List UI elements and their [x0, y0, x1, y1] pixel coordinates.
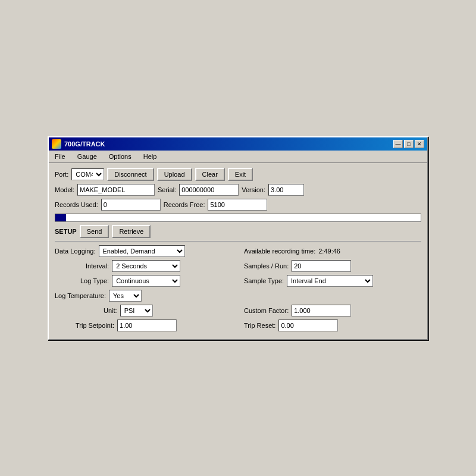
- trip-setpoint-label: Trip Setpoint:: [76, 322, 114, 329]
- serial-label: Serial:: [158, 186, 176, 193]
- samples-run-field[interactable]: [292, 260, 351, 272]
- data-logging-left: Data Logging: Enabled, Demand: [55, 245, 239, 257]
- upload-button[interactable]: Upload: [157, 168, 192, 181]
- retrieve-button[interactable]: Retrieve: [112, 225, 151, 238]
- trip-setpoint-left: Trip Setpoint:: [55, 320, 239, 331]
- minimize-button[interactable]: —: [393, 140, 403, 148]
- port-select[interactable]: COM4: [71, 168, 104, 180]
- log-type-right: Sample Type: Interval End: [244, 275, 373, 287]
- title-buttons: — □ ✕: [393, 140, 424, 148]
- log-type-row: Log Type: Continuous Sample Type: Interv…: [55, 275, 421, 287]
- menu-help[interactable]: Help: [140, 152, 160, 161]
- interval-left: Interval: 2 Seconds: [55, 260, 239, 272]
- records-free-field[interactable]: [208, 199, 267, 211]
- data-logging-label: Data Logging:: [55, 248, 96, 255]
- records-used-field[interactable]: [101, 199, 161, 211]
- unit-right: Custom Factor:: [244, 305, 351, 317]
- unit-select[interactable]: PSI: [120, 305, 153, 317]
- close-button[interactable]: ✕: [415, 140, 424, 148]
- trip-setpoint-row: Trip Setpoint: Trip Reset:: [55, 320, 421, 331]
- app-icon: [52, 139, 61, 149]
- trip-setpoint-field[interactable]: [117, 320, 177, 331]
- data-logging-select[interactable]: Enabled, Demand: [99, 245, 185, 257]
- unit-label: Unit:: [104, 307, 117, 314]
- model-field[interactable]: [77, 184, 155, 196]
- sample-type-select[interactable]: Interval End: [287, 275, 373, 287]
- port-label: Port:: [55, 171, 68, 178]
- clear-button[interactable]: Clear: [195, 168, 225, 181]
- interval-right: Samples / Run:: [244, 260, 351, 272]
- log-type-left: Log Type: Continuous: [55, 275, 239, 287]
- log-temperature-left: Log Temperature: Yes: [55, 290, 239, 302]
- version-field[interactable]: [268, 184, 304, 196]
- device-info-row2: Records Used: Records Free:: [55, 199, 421, 211]
- window-title: 700G/TRACK: [64, 140, 105, 148]
- available-recording-value: 2:49:46: [318, 248, 340, 255]
- disconnect-button[interactable]: Disconnect: [107, 168, 154, 181]
- divider: [55, 241, 421, 242]
- available-recording-label: Available recording time:: [244, 248, 315, 255]
- setup-header-row: SETUP Send Retrieve: [55, 225, 421, 238]
- sample-type-label: Sample Type:: [244, 277, 284, 284]
- menu-options[interactable]: Options: [106, 152, 134, 161]
- setup-label: SETUP: [55, 228, 77, 235]
- exit-button[interactable]: Exit: [228, 168, 253, 181]
- toolbar-row: Port: COM4 Disconnect Upload Clear Exit: [55, 168, 421, 181]
- trip-reset-label: Trip Reset:: [244, 322, 275, 329]
- trip-setpoint-right: Trip Reset:: [244, 320, 338, 331]
- serial-field[interactable]: [179, 184, 239, 196]
- trip-reset-field[interactable]: [278, 320, 338, 331]
- log-type-label: Log Type:: [80, 277, 109, 284]
- log-temperature-row: Log Temperature: Yes: [55, 290, 421, 302]
- samples-run-label: Samples / Run:: [244, 262, 289, 270]
- progress-bar-fill: [55, 214, 66, 221]
- menu-file[interactable]: File: [52, 152, 68, 161]
- data-logging-row: Data Logging: Enabled, Demand Available …: [55, 245, 421, 257]
- interval-select[interactable]: 2 Seconds: [112, 260, 180, 272]
- menu-bar: File Gauge Options Help: [49, 151, 427, 163]
- maximize-button[interactable]: □: [404, 140, 414, 148]
- interval-label: Interval:: [86, 262, 109, 270]
- main-window: 700G/TRACK — □ ✕ File Gauge Options Help…: [48, 136, 428, 340]
- title-bar-left: 700G/TRACK: [52, 139, 105, 149]
- main-content: Port: COM4 Disconnect Upload Clear Exit …: [49, 163, 427, 339]
- unit-left: Unit: PSI: [55, 305, 239, 317]
- log-temperature-label: Log Temperature:: [55, 292, 106, 299]
- custom-factor-label: Custom Factor:: [244, 307, 289, 314]
- device-info-row1: Model: Serial: Version:: [55, 184, 421, 196]
- data-logging-right: Available recording time: 2:49:46: [244, 248, 340, 255]
- model-label: Model:: [55, 186, 74, 193]
- send-button[interactable]: Send: [80, 225, 109, 238]
- version-label: Version:: [242, 186, 265, 193]
- title-bar: 700G/TRACK — □ ✕: [49, 137, 427, 151]
- menu-gauge[interactable]: Gauge: [74, 152, 100, 161]
- unit-row: Unit: PSI Custom Factor:: [55, 305, 421, 317]
- progress-bar-container: [55, 214, 421, 222]
- custom-factor-field[interactable]: [292, 305, 351, 317]
- log-type-select[interactable]: Continuous: [112, 275, 180, 287]
- interval-row: Interval: 2 Seconds Samples / Run:: [55, 260, 421, 272]
- records-used-label: Records Used:: [55, 201, 98, 208]
- records-free-label: Records Free:: [164, 201, 205, 208]
- log-temperature-select[interactable]: Yes: [109, 290, 142, 302]
